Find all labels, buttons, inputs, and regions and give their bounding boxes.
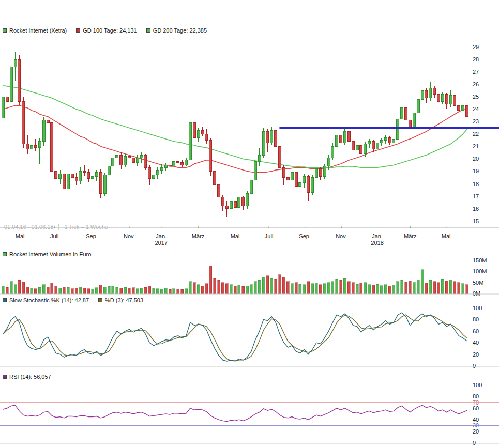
x-axis-label: Juli [265, 233, 274, 239]
legend-label-gd200: GD 200 Tage: 22,385 [153, 27, 207, 34]
svg-text:27: 27 [473, 69, 479, 75]
svg-text:24: 24 [473, 106, 479, 112]
rsi-chart-canvas[interactable]: 1008070604030200 [0, 382, 499, 445]
x-axis-year-label: 2018 [371, 240, 383, 246]
legend-item-gd200: GD 200 Tage: 22,385 [146, 27, 207, 34]
date-range-label: 01.04.16 - 01.06.18 [4, 224, 53, 230]
svg-text:40: 40 [473, 416, 479, 423]
x-axis-label: Sep. [86, 233, 98, 239]
legend-label-rsi: RSI (14): 56,057 [9, 374, 51, 380]
legend-item-stoch-k: Slow Stochastic %K (14): 42,87 [3, 297, 89, 303]
svg-text:19: 19 [473, 168, 479, 174]
svg-text:15: 15 [473, 218, 479, 224]
x-axis-label: März [192, 233, 204, 239]
tick-size-label: 1 Tick = 1 Woche [64, 224, 108, 230]
x-axis-label: Jan. [372, 233, 383, 239]
legend-label-stoch-d: %D (3): 47,503 [105, 297, 143, 303]
x-axis-label: Sep. [299, 233, 311, 239]
legend-label-volume: Rocket Internet Volumen in Euro [9, 251, 91, 257]
svg-text:150M: 150M [473, 257, 487, 264]
x-axis-label: Mai [442, 233, 451, 239]
gd100-swatch-icon [76, 28, 80, 33]
legend-label-stoch-k: Slow Stochastic %K (14): 42,87 [9, 297, 89, 303]
stoch-d-line [3, 315, 467, 361]
price-legend: Rocket Internet (Xetra) GD 100 Tage: 24,… [3, 27, 207, 34]
volume-y-axis: 150M100M50M0M [473, 257, 487, 296]
svg-text:20: 20 [473, 156, 479, 162]
price-swatch-icon [3, 28, 7, 33]
price-y-axis: 292827262524232221201918171615 [473, 44, 479, 224]
svg-text:16: 16 [473, 206, 479, 212]
legend-item-price: Rocket Internet (Xetra) [3, 27, 67, 34]
svg-text:18: 18 [473, 181, 479, 187]
x-axis-label: Mai [16, 233, 25, 239]
svg-text:21: 21 [473, 143, 479, 149]
legend-item-rsi: RSI (14): 56,057 [3, 374, 51, 380]
stoch-d-swatch-icon [98, 298, 102, 302]
svg-text:20: 20 [473, 351, 479, 358]
svg-text:100M: 100M [473, 268, 487, 274]
svg-text:29: 29 [473, 44, 479, 50]
svg-text:60: 60 [473, 405, 479, 411]
svg-text:17: 17 [473, 193, 479, 199]
svg-text:100: 100 [473, 305, 482, 311]
x-axis-label: März [404, 233, 416, 239]
gd200-swatch-icon [146, 28, 150, 33]
x-axis-label: Nov. [124, 233, 135, 239]
x-axis-year-label: 2017 [155, 240, 167, 246]
legend-label-price: Rocket Internet (Xetra) [9, 27, 67, 34]
legend-label-gd100: GD 100 Tage: 24,131 [83, 27, 137, 34]
axis-note: 01.04.16 - 01.06.18 1 Tick = 1 Woche [4, 224, 108, 230]
svg-text:20: 20 [473, 428, 479, 435]
svg-text:60: 60 [473, 328, 479, 334]
stoch-k-line [3, 313, 467, 361]
svg-text:0: 0 [473, 363, 476, 369]
svg-text:80: 80 [473, 393, 479, 399]
svg-text:25: 25 [473, 94, 479, 100]
legend-item-volume: Rocket Internet Volumen in Euro [3, 251, 91, 257]
rsi-y-axis: 1008070604030200 [473, 382, 482, 445]
svg-text:28: 28 [473, 56, 479, 63]
svg-text:50M: 50M [473, 280, 483, 286]
candles-layer [2, 43, 468, 217]
svg-text:80: 80 [473, 316, 479, 322]
svg-text:22: 22 [473, 131, 479, 137]
stochastic-y-axis: 100806040200 [473, 305, 482, 369]
stochastic-chart-canvas[interactable]: 100806040200 [0, 305, 499, 369]
x-axis-year-labels: 20172018 [0, 240, 499, 246]
volume-legend: Rocket Internet Volumen in Euro [3, 251, 91, 257]
x-axis-label: Juli [50, 233, 59, 239]
x-axis-label: Jan. [156, 233, 167, 239]
x-axis-label: Nov. [336, 233, 347, 239]
legend-item-stoch-d: %D (3): 47,503 [98, 297, 143, 303]
svg-text:40: 40 [473, 339, 479, 346]
stochastic-legend: Slow Stochastic %K (14): 42,87 %D (3): 4… [3, 297, 143, 303]
stock-chart-application: Rocket Internet (Xetra) GD 100 Tage: 24,… [0, 0, 499, 448]
price-chart-canvas[interactable]: 292827262524232221201918171615 [0, 37, 499, 228]
rsi-swatch-icon [3, 375, 7, 379]
x-axis-labels: MaiJuliSep.Nov.Jan.MärzMaiJuliSep.Nov.Ja… [0, 233, 499, 240]
rsi-legend: RSI (14): 56,057 [3, 374, 51, 380]
volume-bars [2, 266, 468, 293]
x-axis-label: Mai [231, 233, 240, 239]
volume-swatch-icon [3, 252, 7, 256]
svg-text:100: 100 [473, 382, 482, 388]
axis-note-divider [58, 224, 59, 230]
volume-chart-canvas[interactable]: 150M100M50M0M [0, 257, 499, 296]
svg-text:0: 0 [473, 440, 476, 445]
svg-text:26: 26 [473, 81, 479, 87]
legend-item-gd100: GD 100 Tage: 24,131 [76, 27, 137, 34]
top-divider [0, 24, 499, 24]
rsi-line [3, 405, 467, 421]
svg-text:0M: 0M [473, 290, 480, 296]
stoch-k-swatch-icon [3, 298, 7, 302]
svg-text:23: 23 [473, 118, 479, 125]
